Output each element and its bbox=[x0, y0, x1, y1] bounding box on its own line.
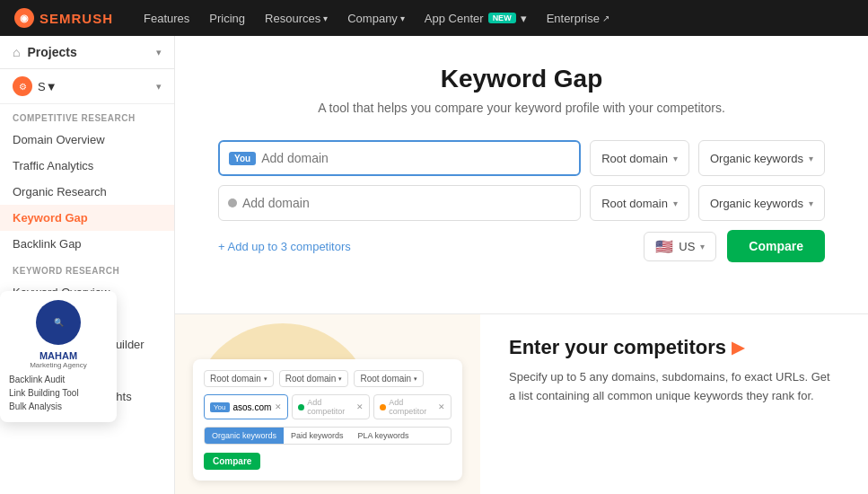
overlay-items: Backlink Audit Link Building Tool Bulk A… bbox=[9, 373, 108, 413]
overlay-item-link-building[interactable]: Link Building Tool bbox=[9, 386, 108, 400]
preview-inputs-row: You asos.com ✕ Add competitor ✕ Add comp… bbox=[204, 394, 452, 419]
bottom-section: Root domain ▾ Root domain ▾ Root domain … bbox=[175, 314, 868, 494]
nav-appcenter[interactable]: App Center NEW ▾ bbox=[416, 8, 536, 29]
semrush-logo[interactable]: ◉ SEMRUSH bbox=[14, 8, 113, 28]
competitors-description: Specify up to 5 any domains, subdomains,… bbox=[509, 368, 839, 406]
dropdown-label: Root domain bbox=[601, 152, 668, 165]
preview-dropdown-1[interactable]: Root domain ▾ bbox=[204, 370, 274, 387]
competitor-placeholder: Add competitor bbox=[389, 398, 435, 416]
flag-icon: 🇺🇸 bbox=[655, 238, 673, 255]
chevron-down-icon: ▾ bbox=[809, 198, 813, 208]
close-icon[interactable]: ✕ bbox=[356, 402, 364, 411]
root-domain-dropdown-1[interactable]: Root domain ▾ bbox=[590, 140, 689, 176]
account-name: S▼ bbox=[38, 80, 151, 93]
sidebar-item-label: Keyword Gap bbox=[13, 211, 88, 225]
competitors-title: Enter your competitors ▶ bbox=[509, 336, 839, 359]
root-domain-dropdown-2[interactable]: Root domain ▾ bbox=[590, 185, 689, 221]
sidebar-item-label: Organic Research bbox=[13, 185, 107, 198]
preview-card: Root domain ▾ Root domain ▾ Root domain … bbox=[193, 359, 462, 481]
sidebar: ⌂ Projects ▾ ⚙ S▼ ▾ COMPETITIVE RESEARCH… bbox=[0, 36, 175, 494]
keyword-gap-section: Keyword Gap A tool that helps you compar… bbox=[175, 36, 868, 314]
chevron-down-icon: ▾ bbox=[700, 242, 705, 251]
bottom-action-row: + Add up to 3 competitors 🇺🇸 US ▾ Compar… bbox=[218, 230, 825, 262]
preview-competitor-2[interactable]: Add competitor ✕ bbox=[373, 394, 452, 419]
logo-icon: ◉ bbox=[14, 8, 34, 28]
nav-company[interactable]: Company ▾ bbox=[338, 8, 414, 29]
close-icon[interactable]: ✕ bbox=[438, 402, 445, 411]
keywords-dropdown-1[interactable]: Organic keywords ▾ bbox=[698, 140, 825, 176]
home-icon: ⌂ bbox=[13, 45, 20, 59]
overlay-item-backlink-audit[interactable]: Backlink Audit bbox=[9, 373, 108, 386]
nav-resources[interactable]: Resources ▾ bbox=[256, 8, 337, 29]
sidebar-item-traffic-analytics[interactable]: Traffic Analytics bbox=[0, 153, 174, 179]
preview-dropdown-row: Root domain ▾ Root domain ▾ Root domain … bbox=[204, 370, 452, 387]
preview-competitor-1[interactable]: Add competitor ✕ bbox=[292, 394, 370, 419]
account-selector[interactable]: ⚙ S▼ ▾ bbox=[0, 69, 174, 104]
tab-pla-keywords[interactable]: PLA keywords bbox=[351, 428, 416, 444]
domain-field-1[interactable] bbox=[261, 151, 570, 165]
account-icon: ⚙ bbox=[13, 76, 32, 96]
agency-logo: 🔍 bbox=[36, 300, 81, 345]
keywords-dropdown-2[interactable]: Organic keywords ▾ bbox=[698, 185, 825, 221]
account-icon-gear: ⚙ bbox=[19, 82, 27, 92]
nav-links: Features Pricing Resources ▾ Company ▾ A… bbox=[135, 8, 854, 29]
nav-enterprise[interactable]: Enterprise ↗ bbox=[538, 8, 618, 29]
chevron-down-icon: ▾ bbox=[809, 154, 813, 163]
chevron-down-icon: ▾ bbox=[414, 375, 417, 383]
dropdown-label: Root domain bbox=[601, 197, 668, 210]
dropdown-label: Organic keywords bbox=[710, 197, 803, 210]
competitors-info-panel: Enter your competitors ▶ Specify up to 5… bbox=[480, 314, 868, 494]
chevron-down-icon: ▾ bbox=[156, 47, 162, 58]
tab-organic-keywords[interactable]: Organic keywords bbox=[205, 428, 284, 444]
preview-dropdown-3[interactable]: Root domain ▾ bbox=[354, 370, 424, 387]
close-icon[interactable]: ✕ bbox=[275, 402, 282, 411]
chevron-down-icon: ▾ bbox=[323, 13, 328, 23]
chevron-down-icon: ▾ bbox=[400, 13, 405, 23]
competitive-research-section: COMPETITIVE RESEARCH bbox=[0, 104, 174, 127]
preview-compare-button[interactable]: Compare bbox=[204, 453, 260, 470]
sidebar-item-domain-overview[interactable]: Domain Overview bbox=[0, 127, 174, 153]
country-label: US bbox=[679, 240, 695, 253]
nav-pricing[interactable]: Pricing bbox=[200, 8, 254, 29]
overlay-item-bulk-analysis[interactable]: Bulk Analysis bbox=[9, 400, 108, 413]
country-selector[interactable]: 🇺🇸 US ▾ bbox=[644, 232, 716, 261]
preview-keyword-tabs: Organic keywords Paid keywords PLA keywo… bbox=[204, 427, 452, 445]
sidebar-item-keyword-gap[interactable]: Keyword Gap bbox=[0, 205, 174, 231]
preview-dropdown-2[interactable]: Root domain ▾ bbox=[279, 370, 349, 387]
chevron-down-icon: ▾ bbox=[673, 198, 678, 208]
sidebar-item-backlink-gap[interactable]: Backlink Gap bbox=[0, 231, 174, 257]
external-link-icon: ↗ bbox=[602, 13, 609, 23]
domain-row-2: Root domain ▾ Organic keywords ▾ bbox=[218, 185, 825, 221]
nav-features[interactable]: Features bbox=[135, 8, 198, 29]
preview-domain-box[interactable]: You asos.com ✕ bbox=[204, 394, 288, 419]
main-layout: ⌂ Projects ▾ ⚙ S▼ ▾ COMPETITIVE RESEARCH… bbox=[0, 36, 868, 494]
keyword-research-section: KEYWORD RESEARCH bbox=[0, 257, 174, 279]
compare-button[interactable]: Compare bbox=[727, 230, 825, 262]
domain-input-2[interactable] bbox=[218, 185, 581, 221]
preview-panel: Root domain ▾ Root domain ▾ Root domain … bbox=[175, 314, 480, 494]
chevron-down-icon: ▾ bbox=[264, 375, 267, 383]
top-navigation: ◉ SEMRUSH Features Pricing Resources ▾ C… bbox=[0, 0, 868, 36]
domain-row-1: You Root domain ▾ Organic keywords ▾ bbox=[218, 140, 825, 176]
domain-input-1[interactable]: You bbox=[218, 140, 581, 176]
chevron-down-icon: ▾ bbox=[156, 81, 162, 93]
chevron-down-icon: ▾ bbox=[521, 12, 527, 25]
dot-indicator bbox=[228, 198, 237, 207]
agency-subtitle: Marketing Agency bbox=[9, 361, 108, 369]
content-area: Keyword Gap A tool that helps you compar… bbox=[175, 36, 868, 494]
sidebar-item-label: Traffic Analytics bbox=[13, 159, 93, 172]
page-title: Keyword Gap bbox=[218, 65, 825, 93]
add-competitors-link[interactable]: + Add up to 3 competitors bbox=[218, 236, 351, 257]
competitor-placeholder: Add competitor bbox=[307, 398, 354, 416]
domain-field-2[interactable] bbox=[242, 196, 571, 210]
you-badge: You bbox=[229, 152, 256, 165]
tab-paid-keywords[interactable]: Paid keywords bbox=[284, 428, 351, 444]
sidebar-item-organic-research[interactable]: Organic Research bbox=[0, 179, 174, 205]
page-subtitle: A tool that helps you compare your keywo… bbox=[218, 101, 825, 115]
sidebar-item-label: Backlink Gap bbox=[13, 237, 82, 251]
dot-indicator bbox=[298, 404, 304, 410]
dropdown-label: Organic keywords bbox=[710, 152, 803, 165]
arrow-icon: ▶ bbox=[732, 338, 744, 357]
dot-indicator bbox=[380, 404, 386, 410]
projects-header[interactable]: ⌂ Projects ▾ bbox=[0, 36, 174, 69]
